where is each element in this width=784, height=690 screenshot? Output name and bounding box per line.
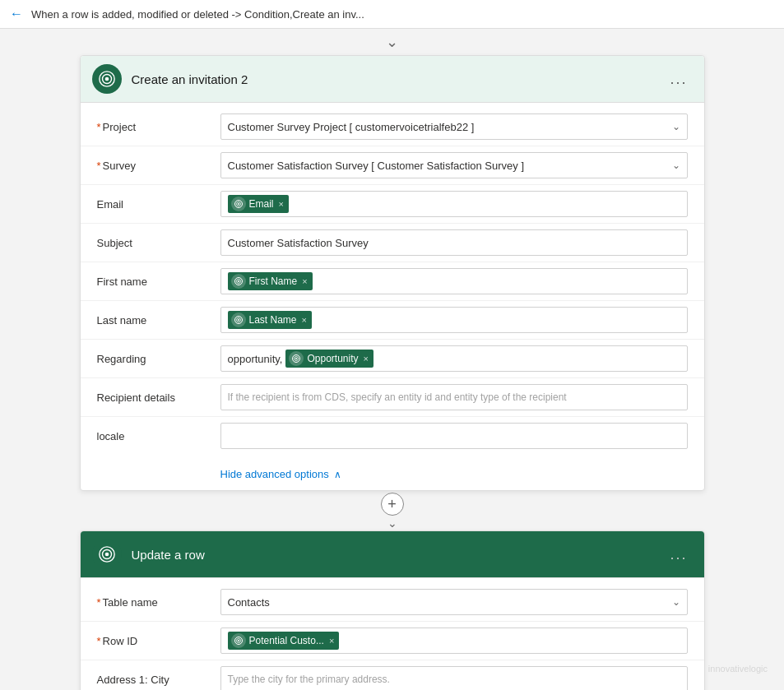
email-token-icon (231, 197, 246, 211)
rowid-field[interactable]: Potential Custo... × (220, 627, 688, 654)
opportunity-token-label: Opportunity (307, 353, 358, 364)
lastname-token: Last Name × (228, 311, 312, 329)
firstname-label: First name (97, 276, 220, 288)
card1-icon (92, 64, 122, 94)
card2-menu-button[interactable]: ... (665, 544, 692, 565)
survey-chevron-icon: ⌄ (672, 160, 680, 171)
chevron-up-icon: ∧ (334, 469, 341, 480)
rowid-required: * (97, 635, 101, 647)
lastname-token-icon (231, 313, 246, 327)
project-label: *Project (97, 121, 220, 133)
email-label: Email (97, 198, 220, 211)
tablename-required: * (97, 596, 101, 609)
project-required-marker: * (97, 121, 101, 133)
regarding-prefix: opportunity, (228, 353, 283, 365)
canvas: ⌄ Create an invitation 2 ... (0, 29, 784, 690)
rowid-token-icon (231, 633, 246, 648)
svg-point-14 (295, 358, 297, 359)
rowid-label: *Row ID (97, 635, 220, 647)
address-city-field[interactable]: Type the city for the primary address. (220, 666, 688, 690)
firstname-token-icon (231, 274, 246, 289)
address-city-row: Address 1: City Type the city for the pr… (81, 660, 704, 690)
card2-header: Update a row ... (81, 531, 704, 578)
survey-dropdown[interactable]: Customer Satisfaction Survey [ Customer … (220, 152, 688, 178)
locale-label: locale (97, 430, 220, 442)
email-token-close[interactable]: × (279, 199, 284, 209)
svg-point-11 (238, 319, 239, 321)
top-bar: ← When a row is added, modified or delet… (0, 0, 784, 29)
card2-title: Update a row (132, 548, 205, 562)
card2-header-left: Update a row (92, 539, 205, 569)
rowid-token: Potential Custo... × (228, 632, 340, 650)
svg-point-2 (104, 77, 109, 81)
breadcrumb: When a row is added, modified or deleted… (31, 8, 364, 21)
advanced-options-row: Hide advanced options ∧ (81, 460, 704, 490)
card1-header-left: Create an invitation 2 (92, 64, 248, 94)
lastname-token-close[interactable]: × (302, 315, 307, 325)
card1-body: *Project Customer Survey Project [ custo… (81, 103, 704, 460)
rowid-token-label: Potential Custo... (249, 635, 324, 646)
back-button[interactable]: ← (10, 7, 23, 21)
create-invitation-card: Create an invitation 2 ... *Project Cust… (80, 55, 705, 491)
recipient-placeholder: If the recipient is from CDS, specify an… (228, 391, 567, 403)
card2-body: *Table name Contacts ⌄ *Row ID (81, 578, 704, 690)
locale-row: locale (81, 417, 704, 455)
lastname-token-label: Last Name (249, 314, 297, 326)
tablename-dropdown[interactable]: Contacts ⌄ (220, 589, 688, 615)
firstname-token-label: First Name (249, 276, 298, 287)
lastname-field[interactable]: Last Name × (220, 307, 688, 333)
lastname-row: Last name Last Name × (81, 301, 704, 340)
svg-point-20 (238, 640, 239, 641)
top-connector: ⌄ (386, 29, 398, 55)
project-value: Customer Survey Project [ customervoicet… (228, 121, 475, 133)
email-token-label: Email (249, 198, 274, 210)
regarding-label: Regarding (97, 353, 220, 365)
tablename-label: *Table name (97, 596, 220, 609)
regarding-field[interactable]: opportunity, Opportunity × (220, 345, 688, 372)
firstname-row: First name First Name × (81, 262, 704, 301)
hide-advanced-button[interactable]: Hide advanced options ∧ (220, 468, 341, 480)
tablename-row: *Table name Contacts ⌄ (81, 583, 704, 622)
lastname-label: Last name (97, 314, 220, 326)
hide-advanced-label: Hide advanced options (220, 468, 329, 480)
project-chevron-icon: ⌄ (672, 121, 680, 132)
survey-row: *Survey Customer Satisfaction Survey [ C… (81, 146, 704, 185)
survey-label: *Survey (97, 160, 220, 172)
card1-menu-button[interactable]: ... (665, 69, 692, 90)
opportunity-token: Opportunity × (285, 350, 373, 368)
recipient-label: Recipient details (97, 391, 220, 404)
arrow-down-icon: ⌄ (386, 33, 398, 51)
firstname-token-close[interactable]: × (302, 276, 307, 286)
survey-required-marker: * (97, 160, 101, 172)
opportunity-token-close[interactable]: × (364, 354, 369, 364)
locale-field[interactable] (220, 423, 688, 449)
project-row: *Project Customer Survey Project [ custo… (81, 108, 704, 146)
regarding-row: Regarding opportunity, Opportunity × (81, 340, 704, 378)
tablename-chevron-icon: ⌄ (672, 596, 680, 608)
recipient-row: Recipient details If the recipient is fr… (81, 378, 704, 417)
subject-field[interactable]: Customer Satisfaction Survey (220, 229, 688, 256)
opportunity-token-icon (289, 351, 304, 366)
address-city-label: Address 1: City (97, 674, 220, 686)
firstname-field[interactable]: First Name × (220, 268, 688, 294)
recipient-field[interactable]: If the recipient is from CDS, specify an… (220, 384, 688, 410)
email-token: Email × (228, 195, 289, 213)
subject-value: Customer Satisfaction Survey (228, 237, 369, 249)
survey-value: Customer Satisfaction Survey [ Customer … (228, 160, 525, 172)
email-row: Email Email × (81, 185, 704, 224)
svg-point-17 (104, 553, 109, 557)
update-row-card: Update a row ... *Table name Contacts ⌄ … (80, 530, 705, 690)
svg-point-5 (238, 203, 239, 205)
connector-arrow-icon: ⌄ (387, 517, 397, 529)
subject-row: Subject Customer Satisfaction Survey (81, 224, 704, 262)
plus-icon: + (387, 496, 397, 513)
add-step-button[interactable]: + (381, 493, 404, 516)
tablename-value: Contacts (228, 596, 270, 609)
email-field[interactable]: Email × (220, 191, 688, 217)
card2-icon (92, 539, 122, 569)
plus-connector: + ⌄ (381, 491, 404, 530)
rowid-token-close[interactable]: × (329, 636, 334, 646)
project-dropdown[interactable]: Customer Survey Project [ customervoicet… (220, 113, 688, 140)
svg-point-8 (238, 280, 239, 282)
rowid-row: *Row ID Potential Custo... × (81, 622, 704, 660)
